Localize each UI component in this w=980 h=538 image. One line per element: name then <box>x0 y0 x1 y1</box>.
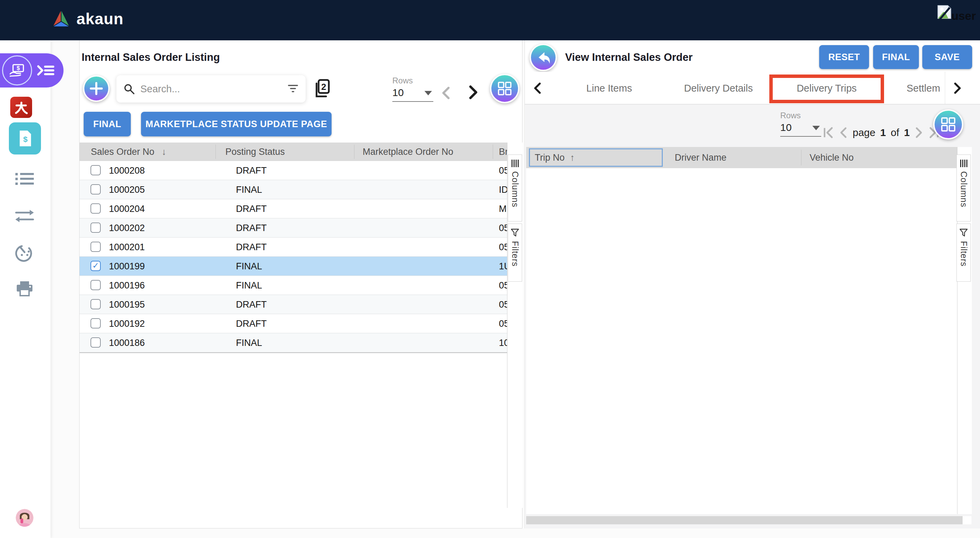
save-button[interactable]: SAVE <box>922 45 972 69</box>
prev-page-button[interactable] <box>839 126 848 139</box>
cell-branch: 05 <box>499 299 507 310</box>
chevron-down-icon <box>812 126 820 130</box>
list-menu-icon[interactable] <box>13 169 36 189</box>
grid-view-button[interactable] <box>490 74 519 103</box>
total-pages: 1 <box>904 127 910 139</box>
table-row[interactable]: 1000208DRAFT05 <box>80 161 507 180</box>
tabs-scroll-left-button[interactable] <box>532 72 542 105</box>
cell-sales-order-no: 1000195 <box>109 299 145 310</box>
column-vehicle-no[interactable]: Vehicle No <box>810 152 854 163</box>
hand-money-icon: $ <box>2 55 32 85</box>
tab-delivery-details[interactable]: Delivery Details <box>684 72 752 105</box>
annotation-highlight-box <box>769 75 884 103</box>
duplicate-pages-icon[interactable]: 2 <box>313 78 330 99</box>
cell-posting-status: FINAL <box>236 338 262 348</box>
listing-table-body: 1000208DRAFT05 1000205FINALID 1000204DRA… <box>80 161 507 353</box>
cell-branch: 10 <box>499 338 507 348</box>
app-icon-red-da[interactable] <box>10 97 32 118</box>
detail-columns-side-tab[interactable]: Columns <box>956 155 971 222</box>
column-branch[interactable]: Br <box>499 147 508 157</box>
cell-sales-order-no: 1000202 <box>109 223 145 233</box>
timer-icon[interactable] <box>13 243 36 262</box>
cell-posting-status: DRAFT <box>236 223 267 233</box>
table-row[interactable]: 1000201DRAFT05 <box>80 238 507 257</box>
row-checkbox[interactable] <box>91 280 101 290</box>
cell-sales-order-no: 1000208 <box>109 165 145 176</box>
search-input[interactable] <box>140 83 287 95</box>
table-row[interactable]: 1000204DRAFTM <box>80 199 507 219</box>
cell-posting-status: DRAFT <box>236 319 267 329</box>
table-row[interactable]: 1000196FINAL05 <box>80 276 507 295</box>
cell-branch: M <box>499 204 507 214</box>
application-window: akaun user $ <box>0 0 980 538</box>
table-row-selected[interactable]: 1000199FINAL1U <box>80 257 507 276</box>
search-filter-icon[interactable] <box>287 83 299 94</box>
first-page-button[interactable] <box>822 126 834 139</box>
column-trip-no[interactable]: Trip No ↑ <box>529 148 663 167</box>
row-checkbox[interactable] <box>91 184 101 195</box>
back-button[interactable] <box>530 44 557 71</box>
user-profile-avatar[interactable] <box>16 509 33 527</box>
tabs-scroll-right-button[interactable] <box>952 72 963 105</box>
rows-select[interactable]: 10 <box>780 122 821 137</box>
scrollbar-corner <box>963 516 972 524</box>
next-page-button[interactable] <box>467 85 480 100</box>
add-new-button[interactable] <box>83 75 110 102</box>
row-checkbox[interactable] <box>91 299 101 309</box>
tab-line-items[interactable]: Line Items <box>586 72 632 105</box>
page-word: page <box>853 127 875 139</box>
final-button[interactable]: FINAL <box>84 112 131 136</box>
row-checkbox[interactable] <box>91 165 101 176</box>
printer-icon[interactable] <box>13 279 36 299</box>
row-checkbox[interactable] <box>91 318 101 329</box>
user-avatar-broken[interactable]: user <box>935 3 976 22</box>
user-alt-text: user <box>951 9 976 22</box>
cell-posting-status: DRAFT <box>236 204 267 214</box>
reset-button[interactable]: RESET <box>819 45 869 69</box>
cell-branch: 05 <box>499 165 507 176</box>
brand-logo[interactable]: akaun <box>51 8 124 29</box>
detail-title: View Internal Sales Order <box>565 51 692 64</box>
marketplace-status-update-button[interactable]: MARKETPLACE STATUS UPDATE PAGE <box>141 112 332 136</box>
expand-menu-icon[interactable] <box>37 64 55 77</box>
column-sales-order-no[interactable]: Sales Order No ↓ <box>91 147 166 157</box>
sort-asc-icon: ↑ <box>570 152 575 163</box>
tab-settlement[interactable]: Settlem <box>907 72 945 105</box>
akaun-triangle-logo-icon <box>51 8 72 29</box>
back-arrow-icon <box>536 50 551 65</box>
rows-label: Rows <box>392 76 437 85</box>
rows-label: Rows <box>780 111 825 120</box>
final-button-detail[interactable]: FINAL <box>873 45 919 69</box>
app-icon-sales-doc[interactable]: $ <box>9 122 41 155</box>
trips-table-body-empty <box>526 168 957 514</box>
table-row[interactable]: 1000202DRAFT05 <box>80 219 507 238</box>
table-row[interactable]: 1000195DRAFT05 <box>80 295 507 314</box>
column-posting-status[interactable]: Posting Status <box>225 147 285 157</box>
row-checkbox[interactable] <box>91 261 101 271</box>
cell-posting-status: DRAFT <box>236 242 267 252</box>
page-number: 1 <box>880 127 886 139</box>
row-checkbox[interactable] <box>91 337 101 348</box>
detail-grid-view-button[interactable] <box>933 109 963 139</box>
prev-page-button[interactable] <box>440 86 452 100</box>
row-checkbox[interactable] <box>91 222 101 233</box>
columns-icon <box>511 159 519 168</box>
table-row[interactable]: 1000192DRAFT05 <box>80 314 507 333</box>
columns-icon <box>959 159 968 168</box>
filters-side-tab[interactable]: Filters <box>508 224 522 282</box>
row-checkbox[interactable] <box>91 242 101 252</box>
columns-side-tab[interactable]: Columns <box>508 155 522 222</box>
column-driver-name[interactable]: Driver Name <box>675 152 727 163</box>
next-page-button[interactable] <box>915 126 923 139</box>
row-checkbox[interactable] <box>91 203 101 214</box>
cell-posting-status: FINAL <box>236 261 262 272</box>
column-marketplace-order-no[interactable]: Marketplace Order No <box>363 147 453 157</box>
active-module-pill[interactable]: $ <box>0 53 64 88</box>
swap-arrows-icon[interactable] <box>13 206 36 225</box>
detail-horizontal-scrollbar[interactable] <box>526 516 963 524</box>
cell-branch: 05 <box>499 242 507 252</box>
table-row[interactable]: 1000186FINAL10 <box>80 333 507 353</box>
table-row[interactable]: 1000205FINALID <box>80 180 507 199</box>
rows-select[interactable]: 10 <box>392 87 433 102</box>
detail-filters-side-tab[interactable]: Filters <box>956 224 971 282</box>
